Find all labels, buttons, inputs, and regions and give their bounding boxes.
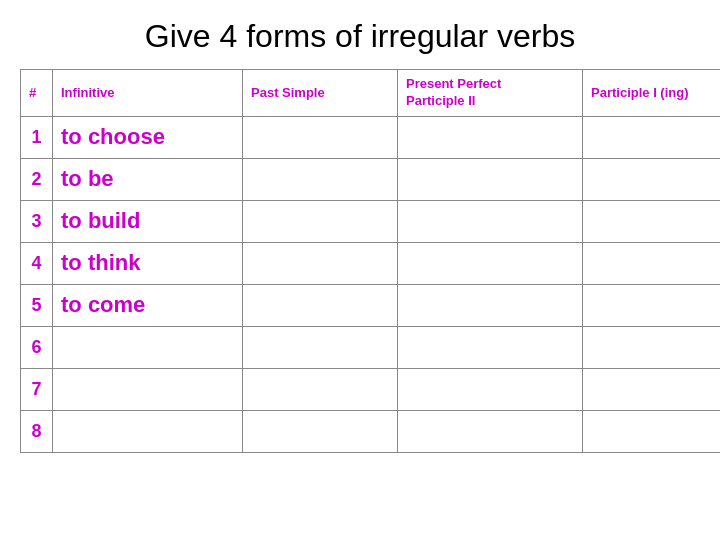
row-present-perfect (398, 158, 583, 200)
row-verb: to think (53, 242, 243, 284)
row-past-simple (243, 368, 398, 410)
row-verb: to build (53, 200, 243, 242)
row-present-perfect (398, 326, 583, 368)
table-row: 8 (21, 410, 721, 452)
row-number: 7 (21, 368, 53, 410)
row-participle-i (583, 158, 721, 200)
page-container: Give 4 forms of irregular verbs # Infini… (0, 0, 720, 540)
row-participle-i (583, 116, 721, 158)
table-header-row: # Infinitive Past Simple Present Perfect… (21, 70, 721, 117)
row-verb (53, 368, 243, 410)
row-participle-i (583, 200, 721, 242)
row-number: 2 (21, 158, 53, 200)
row-present-perfect (398, 368, 583, 410)
row-participle-i (583, 368, 721, 410)
table-row: 6 (21, 326, 721, 368)
row-past-simple (243, 326, 398, 368)
row-verb (53, 326, 243, 368)
row-present-perfect (398, 200, 583, 242)
row-number: 6 (21, 326, 53, 368)
table-row: 7 (21, 368, 721, 410)
row-past-simple (243, 284, 398, 326)
row-number: 8 (21, 410, 53, 452)
table-row: 1to choose (21, 116, 721, 158)
table-row: 4to think (21, 242, 721, 284)
row-present-perfect (398, 284, 583, 326)
header-num: # (21, 70, 53, 117)
row-number: 5 (21, 284, 53, 326)
row-past-simple (243, 242, 398, 284)
header-present-perfect: Present Perfect Participle II (398, 70, 583, 117)
header-past-simple: Past Simple (243, 70, 398, 117)
row-participle-i (583, 410, 721, 452)
row-verb (53, 410, 243, 452)
row-participle-i (583, 242, 721, 284)
table-row: 5to come (21, 284, 721, 326)
row-past-simple (243, 200, 398, 242)
table-row: 2to be (21, 158, 721, 200)
header-infinitive: Infinitive (53, 70, 243, 117)
row-present-perfect (398, 410, 583, 452)
row-verb: to be (53, 158, 243, 200)
table-body: 1to choose2to be3to build4to think5to co… (21, 116, 721, 452)
row-number: 3 (21, 200, 53, 242)
table-row: 3to build (21, 200, 721, 242)
row-number: 1 (21, 116, 53, 158)
row-past-simple (243, 158, 398, 200)
row-verb: to come (53, 284, 243, 326)
row-verb: to choose (53, 116, 243, 158)
verb-table: # Infinitive Past Simple Present Perfect… (20, 69, 720, 453)
row-participle-i (583, 284, 721, 326)
header-participle-i: Participle I (ing) (583, 70, 721, 117)
row-present-perfect (398, 116, 583, 158)
page-title: Give 4 forms of irregular verbs (20, 10, 700, 55)
row-present-perfect (398, 242, 583, 284)
row-past-simple (243, 410, 398, 452)
row-participle-i (583, 326, 721, 368)
row-number: 4 (21, 242, 53, 284)
row-past-simple (243, 116, 398, 158)
